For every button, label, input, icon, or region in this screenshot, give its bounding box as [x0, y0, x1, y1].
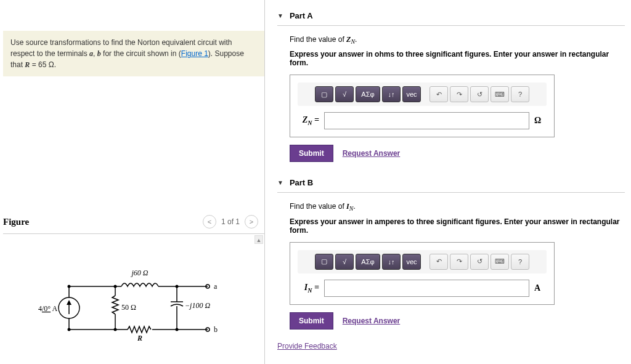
- cap-label: −j100 Ω: [185, 301, 210, 310]
- help-button[interactable]: ?: [511, 254, 529, 270]
- scroll-up-icon[interactable]: ▲: [254, 235, 263, 244]
- terminal-b-label: b: [214, 325, 218, 334]
- part-b-header[interactable]: ▼ Part B: [277, 173, 625, 193]
- undo-button[interactable]: ↶: [429, 254, 448, 270]
- part-b-instruction: Find the value of IN.: [290, 202, 625, 212]
- keyboard-button[interactable]: ⌨: [491, 86, 509, 102]
- undo-button[interactable]: ↶: [429, 86, 448, 102]
- reset-button[interactable]: ↺: [470, 254, 489, 270]
- svg-marker-9: [67, 300, 71, 305]
- r1-label: 50 Ω: [121, 303, 136, 312]
- reset-button[interactable]: ↺: [470, 86, 489, 102]
- part-b-title: Part B: [290, 178, 313, 187]
- figure-section: Figure < 1 of 1 > ▲ j60 Ω: [3, 212, 264, 357]
- right-panel: ▼ Part A Find the value of ZN. Express y…: [265, 0, 631, 364]
- figure-nav: < 1 of 1 >: [203, 215, 258, 229]
- figure-title: Figure: [3, 217, 29, 227]
- figure-header: Figure < 1 of 1 >: [3, 212, 264, 234]
- part-b-submit-button[interactable]: Submit: [290, 312, 333, 330]
- collapse-icon: ▼: [277, 12, 283, 19]
- part-a-header[interactable]: ▼ Part A: [277, 6, 625, 26]
- left-panel: Use source transformations to find the N…: [0, 0, 265, 364]
- svg-point-20: [176, 328, 179, 331]
- redo-button[interactable]: ↷: [450, 254, 468, 270]
- figure-counter: 1 of 1: [221, 217, 240, 226]
- part-a-answer-box: ▢ √ ΑΣφ ↓↑ vec ↶ ↷ ↺ ⌨ ? ZN = Ω: [290, 75, 555, 137]
- greek-button[interactable]: ΑΣφ: [356, 254, 380, 270]
- part-a-title: Part A: [290, 11, 313, 20]
- source-label: 4/0° A: [38, 304, 57, 313]
- root-button[interactable]: √: [335, 254, 354, 270]
- vec-button[interactable]: vec: [402, 86, 421, 102]
- part-a-submit-button[interactable]: Submit: [290, 145, 333, 162]
- provide-feedback-link[interactable]: Provide Feedback: [277, 342, 625, 350]
- part-a-request-link[interactable]: Request Answer: [343, 149, 401, 158]
- arrows-button[interactable]: ↓↑: [382, 86, 401, 102]
- inductor-label: j60 Ω: [130, 269, 148, 277]
- r2-label: R: [137, 334, 142, 342]
- figure-content: ▲ j60 Ω a: [3, 234, 264, 357]
- part-b-answer-box: ▢ √ ΑΣφ ↓↑ vec ↶ ↷ ↺ ⌨ ? IN = A: [290, 242, 555, 305]
- figure-link[interactable]: Figure 1: [181, 49, 208, 58]
- greek-button[interactable]: ΑΣφ: [356, 86, 380, 102]
- templates-button[interactable]: ▢: [315, 86, 333, 102]
- part-b-section: ▼ Part B Find the value of IN. Express y…: [277, 173, 625, 329]
- part-a-instruction: Find the value of ZN.: [290, 35, 625, 45]
- part-a-unit: Ω: [534, 116, 547, 126]
- keyboard-button[interactable]: ⌨: [491, 254, 509, 270]
- problem-statement: Use source transformations to find the N…: [3, 31, 264, 76]
- vec-button[interactable]: vec: [402, 254, 421, 270]
- part-a-section: ▼ Part A Find the value of ZN. Express y…: [277, 6, 625, 162]
- part-b-input[interactable]: [324, 280, 529, 297]
- part-b-format: Express your answer in amperes to three …: [290, 217, 625, 235]
- help-button[interactable]: ?: [511, 86, 529, 102]
- part-a-var-label: ZN =: [298, 115, 319, 126]
- part-a-format: Express your answer in ohms to three sig…: [290, 50, 625, 67]
- part-b-var-label: IN =: [298, 283, 319, 294]
- circuit-diagram: j60 Ω a 4/0° A: [35, 262, 232, 348]
- part-b-unit: A: [534, 283, 547, 293]
- root-button[interactable]: √: [335, 86, 354, 102]
- terminal-a-label: a: [214, 282, 218, 291]
- svg-point-19: [114, 328, 117, 331]
- redo-button[interactable]: ↷: [450, 86, 468, 102]
- figure-next-button[interactable]: >: [245, 215, 258, 229]
- part-b-toolbar: ▢ √ ΑΣφ ↓↑ vec ↶ ↷ ↺ ⌨ ?: [298, 250, 547, 273]
- templates-button[interactable]: ▢: [315, 254, 333, 270]
- svg-point-18: [68, 328, 71, 331]
- arrows-button[interactable]: ↓↑: [382, 254, 401, 270]
- part-a-toolbar: ▢ √ ΑΣφ ↓↑ vec ↶ ↷ ↺ ⌨ ?: [298, 83, 547, 106]
- collapse-icon: ▼: [277, 179, 283, 186]
- part-b-request-link[interactable]: Request Answer: [343, 317, 401, 325]
- figure-prev-button[interactable]: <: [203, 215, 216, 229]
- part-a-input[interactable]: [324, 112, 529, 129]
